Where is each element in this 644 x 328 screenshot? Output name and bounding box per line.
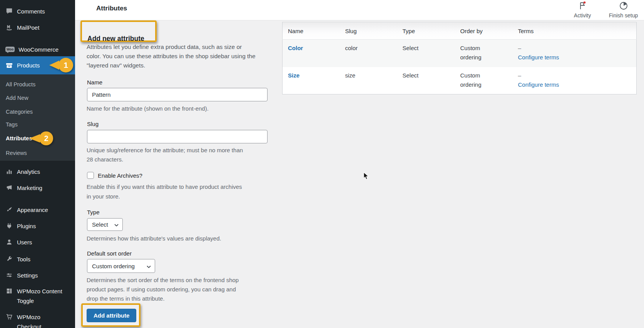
sidebar-item-label: Users [17, 239, 32, 246]
sidebar-item-label: MailPoet [17, 24, 39, 31]
sort-order-select-value: Custom ordering [92, 263, 135, 269]
mailpoet-icon [5, 24, 13, 31]
cell-type: Select [397, 67, 455, 94]
slug-label: Slug [87, 121, 99, 127]
configure-terms-link[interactable]: Configure terms [518, 53, 631, 62]
sidebar-item-marketing[interactable]: Marketing [0, 180, 75, 195]
user-icon [5, 239, 13, 246]
sidebar-item-label: Tools [17, 256, 30, 262]
column-header-slug: Slug [340, 22, 397, 40]
chevron-down-icon [114, 221, 119, 228]
sidebar-item-wpmozo-checkout[interactable]: WPMozo Checkout [0, 311, 75, 328]
comment-icon [5, 8, 13, 15]
sidebar-item-label: Plugins [17, 223, 36, 229]
sidebar-item-label: Appearance [17, 207, 48, 213]
terms-count: – [518, 71, 631, 80]
sidebar-item-appearance[interactable]: Appearance [0, 202, 75, 217]
column-header-terms: Terms [513, 22, 637, 40]
sidebar-subitem-add-new[interactable]: Add New [0, 92, 75, 104]
type-help: Determines how this attribute's values a… [87, 234, 221, 243]
sidebar-item-mailpoet[interactable]: MailPoet [0, 20, 75, 35]
table-header-row: Name Slug Type Order by Terms [283, 22, 637, 40]
bar-chart-icon [5, 168, 13, 175]
sidebar-subitem-tags[interactable]: Tags [0, 119, 75, 130]
name-input[interactable] [87, 88, 268, 101]
page-title: Attributes [96, 5, 127, 12]
mouse-cursor [363, 172, 369, 182]
attribute-color-link[interactable]: Color [288, 45, 303, 51]
configure-terms-link[interactable]: Configure terms [518, 80, 631, 89]
sidebar-subitem-categories[interactable]: Categories [0, 106, 75, 118]
enable-archives-checkbox[interactable] [87, 172, 94, 179]
type-label: Type [87, 209, 100, 215]
sidebar-item-plugins[interactable]: Plugins [0, 219, 75, 233]
form-heading: Add new attribute [87, 35, 144, 43]
admin-sidebar: Comments MailPoet Woo WooCommerce Produc… [0, 0, 75, 328]
activity-button[interactable]: Activity [569, 1, 596, 19]
type-select[interactable]: Select [87, 218, 123, 231]
callout-tail [49, 61, 59, 70]
progress-pie-icon [619, 1, 629, 12]
sliders-icon [5, 272, 13, 279]
plug-icon [5, 222, 13, 229]
default-sort-order-select[interactable]: Custom ordering [87, 259, 155, 273]
layout-grid-icon [5, 288, 13, 294]
sidebar-item-analytics[interactable]: Analytics [0, 164, 75, 179]
sidebar-item-label: Products [17, 62, 40, 69]
products-submenu: All Products Add New Categories Tags Att… [0, 74, 75, 161]
products-box-icon [5, 62, 13, 69]
sidebar-item-comments[interactable]: Comments [0, 4, 75, 19]
type-select-value: Select [92, 221, 108, 228]
sidebar-item-label: Marketing [17, 185, 42, 191]
add-attribute-button[interactable]: Add attribute [87, 309, 136, 322]
paintbrush-icon [5, 206, 13, 213]
name-help: Name for the attribute (shown on the fro… [87, 104, 209, 113]
page-header: Attributes Activity Finish setup [75, 0, 644, 20]
sidebar-item-tools[interactable]: Tools [0, 252, 75, 266]
table-row: Size size Select Custom ordering – Confi… [283, 67, 637, 94]
sort-order-help: Determines the sort order of the terms o… [87, 276, 239, 303]
terms-count: – [518, 44, 631, 53]
woocommerce-icon: Woo [5, 47, 15, 52]
flag-icon [577, 1, 587, 12]
step-2-callout: 2 [29, 131, 53, 145]
cell-order-by: Custom ordering [460, 71, 487, 89]
cell-slug: size [340, 67, 397, 94]
sidebar-item-label: Analytics [17, 168, 40, 175]
slug-input[interactable] [87, 130, 268, 143]
sidebar-item-label: WooCommerce [18, 46, 59, 53]
megaphone-icon [5, 184, 13, 191]
column-header-type: Type [397, 22, 455, 40]
slug-help: Unique slug/reference for the attribute;… [87, 146, 243, 164]
sidebar-item-settings[interactable]: Settings [0, 268, 75, 283]
attributes-table: Name Slug Type Order by Terms Color colo… [282, 22, 637, 94]
sidebar-subitem-all-products[interactable]: All Products [0, 79, 75, 90]
cell-type: Select [397, 40, 455, 67]
sidebar-item-wpmozo-content-toggle[interactable]: WPMozo Content Toggle [0, 286, 75, 306]
table-row: Color color Select Custom ordering – Con… [283, 40, 637, 67]
column-header-name[interactable]: Name [283, 22, 340, 40]
name-label: Name [87, 79, 102, 86]
sidebar-item-label: WPMozo Content Toggle [17, 286, 62, 306]
sidebar-item-label: Settings [17, 272, 38, 279]
sidebar-item-label: Comments [17, 8, 45, 15]
enable-archives-help: Enable this if you want this attribute t… [87, 182, 242, 201]
enable-archives-label: Enable Archives? [98, 172, 142, 179]
attribute-size-link[interactable]: Size [288, 72, 299, 79]
cart-icon [5, 313, 13, 320]
sidebar-item-label: WPMozo Checkout [17, 312, 41, 328]
attributes-intro-text: Attributes let you define extra product … [87, 42, 256, 70]
sidebar-item-users[interactable]: Users [0, 235, 75, 249]
finish-setup-button[interactable]: Finish setup [603, 1, 644, 19]
sidebar-item-woocommerce[interactable]: Woo WooCommerce [0, 42, 75, 57]
default-sort-order-label: Default sort order [87, 250, 132, 257]
callout-tail [29, 134, 40, 143]
wrench-icon [5, 256, 13, 262]
cell-slug: color [340, 40, 397, 67]
sidebar-subitem-reviews[interactable]: Reviews [0, 147, 75, 159]
chevron-down-icon [147, 263, 151, 269]
column-header-order-by: Order by [455, 22, 513, 40]
cell-order-by: Custom ordering [460, 44, 487, 62]
step-1-callout: 1 [49, 58, 73, 72]
